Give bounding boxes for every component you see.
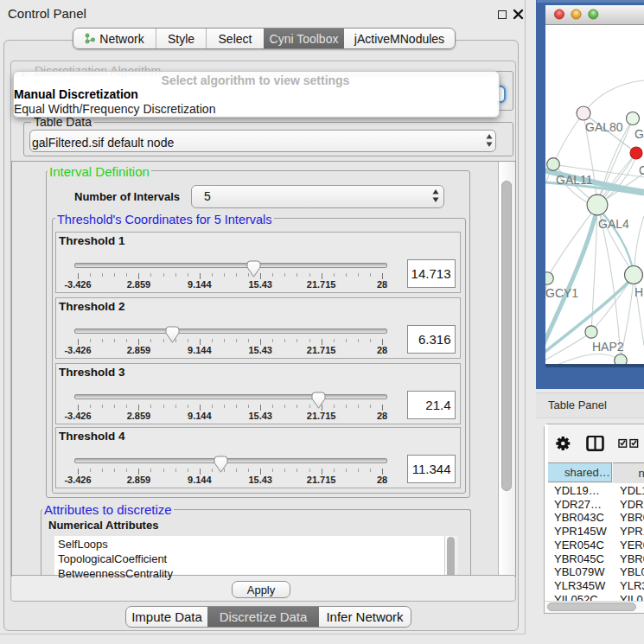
svg-text:GAL80: GAL80 (585, 120, 623, 134)
svg-text:H: H (634, 285, 643, 299)
svg-text:C: C (639, 163, 644, 177)
svg-text:GCY1: GCY1 (545, 286, 578, 300)
svg-text:HAP2: HAP2 (592, 340, 624, 354)
svg-text:G.: G. (634, 127, 644, 141)
svg-text:GAL4: GAL4 (598, 217, 629, 231)
svg-text:GAL11: GAL11 (556, 173, 593, 187)
